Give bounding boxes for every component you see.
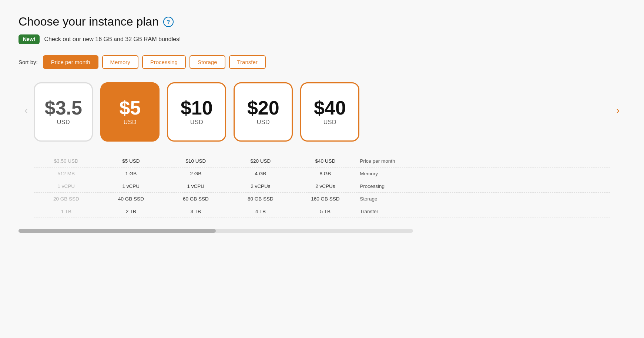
storage-cell-0: 20 GB SSD: [34, 193, 98, 205]
memory-cell-1: 1 GB: [98, 168, 163, 180]
table-row-price: $3.50 USD $5 USD $10 USD $20 USD $40 USD…: [34, 155, 610, 168]
memory-cell-4: 8 GB: [293, 168, 358, 180]
storage-cell-1: 40 GB SSD: [98, 193, 163, 205]
plan-currency-20: USD: [257, 119, 270, 126]
plan-card-3-5[interactable]: $3.5 USD: [34, 82, 93, 142]
table-row-memory: 512 MB 1 GB 2 GB 4 GB 8 GB Memory: [34, 168, 610, 180]
plan-currency-5: USD: [124, 119, 137, 126]
cards-and-table: $3.5 USD $5 USD $10 USD: [34, 82, 610, 218]
plan-table: $3.50 USD $5 USD $10 USD $20 USD $40 USD…: [34, 155, 610, 218]
processing-row-label: Processing: [358, 180, 406, 192]
plan-price-10: $10: [181, 98, 213, 117]
plan-currency-40: USD: [323, 119, 336, 126]
transfer-row-label: Transfer: [358, 205, 406, 218]
price-cell-0: $3.50 USD: [34, 155, 98, 167]
price-cell-2: $10 USD: [163, 155, 228, 167]
next-arrow[interactable]: ›: [610, 105, 625, 116]
prev-arrow[interactable]: ‹: [19, 105, 34, 116]
plan-currency-3-5: USD: [57, 119, 70, 126]
processing-cell-1: 1 vCPU: [98, 180, 163, 192]
transfer-cell-4: 5 TB: [293, 205, 358, 218]
sort-memory-button[interactable]: Memory: [102, 55, 138, 69]
storage-row-label: Storage: [358, 193, 406, 205]
plan-price-20: $20: [247, 98, 279, 117]
memory-row-label: Memory: [358, 168, 406, 180]
memory-cell-3: 4 GB: [228, 168, 293, 180]
transfer-cell-1: 2 TB: [98, 205, 163, 218]
plan-currency-10: USD: [190, 119, 203, 126]
sort-storage-button[interactable]: Storage: [189, 55, 225, 69]
right-arrow-wrapper: ›: [610, 82, 625, 116]
processing-cell-3: 2 vCPUs: [228, 180, 293, 192]
processing-cell-4: 2 vCPUs: [293, 180, 358, 192]
price-cell-4: $40 USD: [293, 155, 358, 167]
page-title: Choose your instance plan ?: [19, 15, 625, 29]
plan-card-20[interactable]: $20 USD: [234, 82, 293, 142]
plan-price-3-5: $3.5: [45, 98, 82, 117]
price-cell-3: $20 USD: [228, 155, 293, 167]
plan-price-40: $40: [314, 98, 346, 117]
plan-cards-row: $3.5 USD $5 USD $10 USD: [34, 82, 610, 148]
help-icon[interactable]: ?: [163, 17, 174, 27]
new-banner: New! Check out our new 16 GB and 32 GB R…: [19, 34, 625, 44]
new-badge: New!: [19, 34, 40, 44]
storage-cell-4: 160 GB SSD: [293, 193, 358, 205]
horizontal-scrollbar[interactable]: [19, 229, 413, 233]
plan-card-40[interactable]: $40 USD: [300, 82, 359, 142]
left-arrow-wrapper: ‹: [19, 82, 34, 116]
plan-price-5: $5: [119, 98, 141, 117]
table-row-transfer: 1 TB 2 TB 3 TB 4 TB 5 TB Transfer: [34, 205, 610, 218]
processing-cell-2: 1 vCPU: [163, 180, 228, 192]
title-text: Choose your instance plan: [19, 15, 159, 29]
sort-row: Sort by: Price per month Memory Processi…: [19, 55, 625, 69]
processing-cell-0: 1 vCPU: [34, 180, 98, 192]
transfer-cell-2: 3 TB: [163, 205, 228, 218]
sort-processing-button[interactable]: Processing: [142, 55, 186, 69]
transfer-cell-0: 1 TB: [34, 205, 98, 218]
scrollbar-thumb: [19, 229, 216, 233]
price-cell-1: $5 USD: [98, 155, 163, 167]
sort-transfer-button[interactable]: Transfer: [229, 55, 266, 69]
storage-cell-2: 60 GB SSD: [163, 193, 228, 205]
memory-cell-2: 2 GB: [163, 168, 228, 180]
table-row-processing: 1 vCPU 1 vCPU 1 vCPU 2 vCPUs 2 vCPUs Pro…: [34, 180, 610, 193]
sort-label: Sort by:: [19, 59, 38, 65]
storage-cell-3: 80 GB SSD: [228, 193, 293, 205]
plan-card-5[interactable]: $5 USD: [100, 82, 160, 142]
table-row-storage: 20 GB SSD 40 GB SSD 60 GB SSD 80 GB SSD …: [34, 193, 610, 205]
transfer-cell-3: 4 TB: [228, 205, 293, 218]
sort-price-button[interactable]: Price per month: [43, 55, 98, 69]
memory-cell-0: 512 MB: [34, 168, 98, 180]
price-row-label: Price per month: [358, 155, 406, 167]
plans-section: ‹ $3.5 USD $5 USD $10: [19, 82, 625, 218]
plan-card-10[interactable]: $10 USD: [167, 82, 226, 142]
new-banner-text: Check out our new 16 GB and 32 GB RAM bu…: [44, 36, 181, 43]
